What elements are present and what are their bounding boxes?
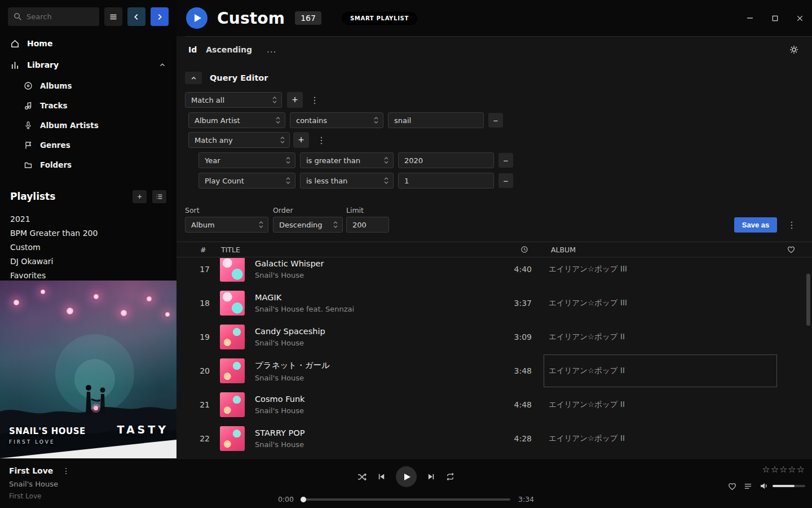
album-cell[interactable]: エイリアン☆ポップ II [544, 422, 777, 455]
shuffle-button[interactable] [357, 472, 367, 482]
now-playing-title: First Love [9, 466, 53, 475]
album-cell[interactable]: エイリアン☆ポップ III [544, 258, 777, 286]
column-number[interactable]: # [200, 246, 206, 254]
table-row[interactable]: 17 Galactic Whisper Snail's House 4:40 エ… [176, 258, 812, 286]
minimize-button[interactable] [738, 0, 762, 36]
sidebar-item-album-artists[interactable]: Album Artists [0, 115, 176, 135]
volume-slider[interactable] [773, 485, 805, 487]
rating-stars[interactable]: ☆☆☆☆☆ [762, 464, 805, 475]
volume-icon[interactable] [760, 481, 769, 491]
rule-value-input[interactable] [388, 112, 484, 128]
add-rule-button[interactable]: + [293, 132, 309, 148]
playlist-item[interactable]: 2021 [0, 212, 176, 226]
forward-button[interactable] [151, 7, 169, 26]
menu-button[interactable] [104, 7, 122, 26]
toolbar-more-button[interactable]: ... [267, 45, 276, 55]
player-right-controls [728, 481, 805, 491]
back-button[interactable] [127, 7, 145, 26]
sidebar-item-library[interactable]: Library [0, 54, 176, 76]
remove-rule-button[interactable]: − [498, 173, 513, 188]
playlist-view-button[interactable] [152, 190, 166, 203]
group-menu-button[interactable]: ⋮ [315, 135, 328, 146]
sidebar-item-genres[interactable]: Genres [0, 135, 176, 155]
duration-column-clock-icon[interactable] [520, 246, 528, 253]
now-playing-menu-button[interactable]: ⋮ [60, 466, 72, 475]
seek-handle[interactable] [301, 497, 306, 502]
maximize-button[interactable] [762, 0, 787, 36]
rule-field-select[interactable]: Play Count [198, 173, 295, 189]
order-select[interactable]: Descending [273, 217, 343, 233]
star-icon[interactable]: ☆ [779, 464, 787, 475]
star-icon[interactable]: ☆ [771, 464, 779, 475]
playlist-item[interactable]: Custom [0, 240, 176, 254]
star-icon[interactable]: ☆ [762, 464, 770, 475]
album-cell[interactable]: エイリアン☆ポップ II [544, 354, 777, 387]
collapse-query-editor-button[interactable] [185, 72, 202, 84]
search-input[interactable] [27, 12, 94, 21]
group-menu-button[interactable]: ⋮ [308, 95, 321, 106]
album-cell[interactable]: エイリアン☆ポップ III [544, 287, 777, 319]
playlist-item[interactable]: BPM Greater than 200 [0, 226, 176, 240]
table-row[interactable]: 19 Candy Spaceship Snail's House 3:09 エイ… [176, 320, 812, 354]
add-playlist-button[interactable]: + [133, 190, 147, 203]
scrollbar-thumb[interactable] [806, 274, 810, 326]
sidebar-item-tracks[interactable]: Tracks [0, 95, 176, 115]
rule-value-input[interactable] [398, 152, 494, 168]
star-icon[interactable]: ☆ [797, 464, 805, 475]
save-as-button[interactable]: Save as [734, 217, 777, 233]
column-album[interactable]: ALBUM [551, 246, 576, 254]
track-title: Galactic Whisper [255, 259, 492, 268]
sort-select[interactable]: Album [185, 217, 268, 233]
queue-icon[interactable] [744, 482, 752, 491]
sort-direction-button[interactable]: Ascending [206, 45, 252, 54]
track-title: MAGIK [255, 293, 492, 302]
column-title[interactable]: TITLE [221, 246, 240, 254]
sidebar-item-folders[interactable]: Folders [0, 155, 176, 174]
sort-field-button[interactable]: Id [188, 45, 197, 54]
track-title: Cosmo Funk [255, 395, 492, 404]
rule-operator-select[interactable]: is greater than [300, 152, 394, 168]
next-button[interactable] [427, 472, 435, 481]
album-cell[interactable]: エイリアン☆ポップ II [544, 321, 777, 353]
rule-value-input[interactable] [398, 173, 494, 189]
remove-rule-button[interactable]: − [498, 153, 513, 168]
hamburger-icon [109, 12, 118, 21]
play-pause-button[interactable] [396, 466, 417, 487]
playlist-options-button[interactable]: ⋮ [785, 220, 798, 230]
now-playing-album: First Love [9, 492, 72, 500]
table-row[interactable]: 21 Cosmo Funk Snail's House 4:48 エイリアン☆ポ… [176, 388, 812, 422]
table-row[interactable]: 20 プラネット・ガール Snail's House 3:48 エイリアン☆ポッ… [176, 354, 812, 388]
seek-bar[interactable] [302, 498, 510, 501]
now-playing-artwork[interactable]: SNAIL'S HOUSE FIRST LOVE TASTY [0, 281, 176, 458]
match-mode-select[interactable]: Match all [185, 92, 282, 108]
sidebar-item-albums[interactable]: Albums [0, 76, 176, 95]
rule-field-select[interactable]: Album Artist [188, 112, 285, 128]
chevron-up-icon[interactable] [158, 61, 166, 69]
track-info: Cosmo Funk Snail's House [255, 395, 492, 415]
close-button[interactable] [787, 0, 812, 36]
artwork-title: FIRST LOVE [9, 439, 86, 445]
table-row[interactable]: 22 STARRY POP Snail's House 4:28 エイリアン☆ポ… [176, 422, 812, 456]
table-row[interactable]: 18 MAGIK Snail's House feat. Sennzai 3:3… [176, 286, 812, 320]
album-cell[interactable]: エイリアン☆ポップ II [544, 388, 777, 421]
favorite-column-heart-icon[interactable] [787, 246, 795, 253]
remove-rule-button[interactable]: − [488, 113, 503, 128]
sidebar-item-home[interactable]: Home [0, 33, 176, 54]
settings-button[interactable] [789, 45, 798, 54]
rule-operator-select[interactable]: is less than [300, 173, 394, 189]
repeat-button[interactable] [445, 472, 455, 481]
sidebar: Home Library Albums Tracks Album Artists [0, 0, 176, 458]
match-mode-select[interactable]: Match any [188, 132, 290, 148]
updown-icon [280, 136, 285, 144]
playlist-item[interactable]: DJ Okawari [0, 254, 176, 268]
star-icon[interactable]: ☆ [788, 464, 796, 475]
rule-field-select[interactable]: Year [198, 152, 295, 168]
heart-icon[interactable] [728, 482, 736, 491]
playlist-play-button[interactable] [186, 7, 208, 29]
limit-input[interactable] [346, 217, 389, 233]
rule-operator-select[interactable]: contains [290, 112, 383, 128]
previous-button[interactable] [377, 472, 386, 481]
main-content: Id Ascending ... Query Editor Match all … [176, 36, 812, 458]
search-box[interactable] [8, 7, 99, 26]
add-rule-button[interactable]: + [287, 92, 303, 108]
